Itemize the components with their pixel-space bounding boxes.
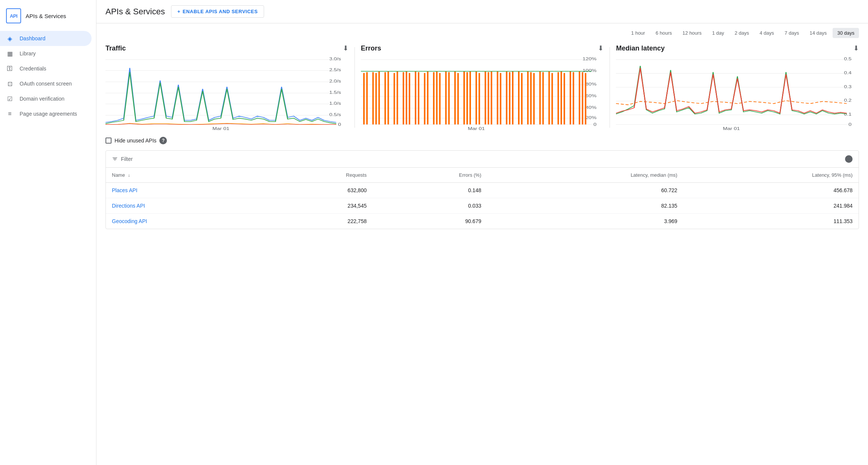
hide-unused-checkbox[interactable] <box>105 138 112 144</box>
cell-requests: 234,545 <box>263 198 373 214</box>
cell-name[interactable]: Places API <box>106 183 263 198</box>
svg-text:0.4: 0.4 <box>844 71 852 75</box>
cell-latency-95: 456.678 <box>683 183 859 198</box>
svg-text:1.5/s: 1.5/s <box>329 90 341 95</box>
svg-text:0: 0 <box>338 122 341 127</box>
api-logo: API <box>6 8 21 23</box>
sidebar-item-oauth[interactable]: ⊡OAuth consent screen <box>0 76 92 91</box>
time-filter-12-hours[interactable]: 12 hours <box>678 28 706 38</box>
table-row: Geocoding API 222,758 90.679 3.969 111.3… <box>106 214 859 229</box>
errors-chart-header: Errors ⬇ <box>361 44 604 52</box>
svg-text:2.0/s: 2.0/s <box>329 79 341 83</box>
sidebar-item-dashboard[interactable]: ◈Dashboard <box>0 31 92 46</box>
time-filter-1-day[interactable]: 1 day <box>708 28 729 38</box>
svg-text:3.0/s: 3.0/s <box>329 57 341 61</box>
svg-text:60%: 60% <box>585 94 596 98</box>
api-table: Name ↓ Requests Errors (%) Latency, medi… <box>106 168 859 229</box>
table-section: Hide unused APIs ? Filter ? Name <box>96 137 868 238</box>
svg-text:120%: 120% <box>582 57 596 61</box>
cell-latency-95: 111.353 <box>683 214 859 229</box>
table-toolbar: Filter ? <box>106 151 859 168</box>
api-table-wrapper: Filter ? Name ↓ Requests Errors (%) Late… <box>105 150 859 229</box>
svg-text:20%: 20% <box>585 116 596 120</box>
cell-requests: 632,800 <box>263 183 373 198</box>
dashboard-nav-icon: ◈ <box>6 35 14 42</box>
enable-apis-button[interactable]: + ENABLE APIS AND SERVICES <box>171 5 264 18</box>
time-filter-2-days[interactable]: 2 days <box>730 28 753 38</box>
sidebar-title: APIs & Services <box>26 13 66 19</box>
traffic-chart-title: Traffic <box>105 44 126 52</box>
hide-unused-label: Hide unused APIs <box>115 138 156 144</box>
latency-chart-container: Median latency ⬇ 0.5 0.4 0.3 0.2 0.1 0 <box>610 44 859 131</box>
cell-name[interactable]: Directions API <box>106 198 263 214</box>
sidebar-item-page-usage[interactable]: ≡Page usage agreements <box>0 106 92 121</box>
dashboard-nav-label: Dashboard <box>20 35 46 41</box>
time-filter-4-days[interactable]: 4 days <box>755 28 778 38</box>
latency-download-icon[interactable]: ⬇ <box>853 44 859 52</box>
cell-latency-median: 3.969 <box>487 214 683 229</box>
oauth-nav-icon: ⊡ <box>6 80 14 87</box>
cell-name[interactable]: Geocoding API <box>106 214 263 229</box>
traffic-chart: 3.0/s 2.5/s 2.0/s 1.5/s 1.0/s 0.5/s 0 <box>105 55 348 131</box>
table-row: Directions API 234,545 0.033 82.135 241.… <box>106 198 859 214</box>
cell-errors: 0.148 <box>373 183 487 198</box>
cell-latency-median: 82.135 <box>487 198 683 214</box>
sidebar-item-domain[interactable]: ☑Domain verification <box>0 91 92 106</box>
sidebar-item-library[interactable]: ▦Library <box>0 46 92 61</box>
hide-unused-row: Hide unused APIs ? <box>105 137 859 144</box>
col-latency-95: Latency, 95% (ms) <box>683 168 859 183</box>
page-title: APIs & Services <box>105 7 165 17</box>
svg-text:80%: 80% <box>585 82 596 86</box>
time-filter-7-days[interactable]: 7 days <box>780 28 804 38</box>
svg-text:40%: 40% <box>585 106 596 110</box>
svg-text:100%: 100% <box>582 69 596 73</box>
domain-nav-icon: ☑ <box>6 95 14 102</box>
col-name: Name ↓ <box>106 168 263 183</box>
main-header: APIs & Services + ENABLE APIS AND SERVIC… <box>96 0 868 23</box>
table-row: Places API 632,800 0.148 60.722 456.678 <box>106 183 859 198</box>
time-filter-14-days[interactable]: 14 days <box>805 28 831 38</box>
sidebar-header: API APIs & Services <box>0 5 96 29</box>
latency-chart-title: Median latency <box>616 44 665 52</box>
credentials-nav-label: Credentials <box>20 66 46 72</box>
svg-text:0: 0 <box>849 122 852 127</box>
svg-text:0.5/s: 0.5/s <box>329 113 341 117</box>
errors-download-icon[interactable]: ⬇ <box>598 44 604 52</box>
col-latency-median: Latency, median (ms) <box>487 168 683 183</box>
library-nav-label: Library <box>20 50 36 57</box>
time-filter-30-days[interactable]: 30 days <box>833 28 859 38</box>
cell-requests: 222,758 <box>263 214 373 229</box>
errors-chart-title: Errors <box>361 44 381 52</box>
traffic-download-icon[interactable]: ⬇ <box>343 44 348 52</box>
svg-text:0.3: 0.3 <box>844 85 852 89</box>
filter-button[interactable]: Filter <box>112 156 133 162</box>
col-requests: Requests <box>263 168 373 183</box>
errors-chart: 120% 100% 80% 60% 40% 20% 0 <box>361 55 604 131</box>
latency-chart: 0.5 0.4 0.3 0.2 0.1 0 <box>616 55 859 131</box>
hide-unused-help-icon[interactable]: ? <box>159 137 167 144</box>
time-filter-bar: 1 hour6 hours12 hours1 day2 days4 days7 … <box>96 23 868 38</box>
svg-text:2.5/s: 2.5/s <box>329 68 341 72</box>
sidebar-nav: ◈Dashboard▦Library⚿Credentials⊡OAuth con… <box>0 31 96 121</box>
library-nav-icon: ▦ <box>6 50 14 57</box>
sort-icon[interactable]: ↓ <box>128 173 130 178</box>
latency-chart-header: Median latency ⬇ <box>616 44 859 52</box>
svg-text:0: 0 <box>593 122 596 127</box>
sidebar-item-credentials[interactable]: ⚿Credentials <box>0 61 92 76</box>
filter-label: Filter <box>121 156 133 162</box>
charts-area: Traffic ⬇ 3.0/s 2.5/s 2.0/s 1.5/s 1.0/s … <box>96 38 868 137</box>
svg-text:Mar 01: Mar 01 <box>212 127 229 131</box>
enable-btn-label: ENABLE APIS AND SERVICES <box>183 9 258 14</box>
oauth-nav-label: OAuth consent screen <box>20 81 72 87</box>
time-filter-6-hours[interactable]: 6 hours <box>651 28 676 38</box>
domain-nav-label: Domain verification <box>20 96 64 102</box>
filter-icon <box>112 156 118 162</box>
page-usage-nav-label: Page usage agreements <box>20 111 77 117</box>
svg-text:Mar 01: Mar 01 <box>723 127 740 131</box>
table-help-icon[interactable]: ? <box>845 155 853 163</box>
plus-icon: + <box>177 9 180 14</box>
table-header-row: Name ↓ Requests Errors (%) Latency, medi… <box>106 168 859 183</box>
time-filter-1-hour[interactable]: 1 hour <box>627 28 649 38</box>
svg-text:Mar 01: Mar 01 <box>468 127 484 131</box>
cell-latency-95: 241.984 <box>683 198 859 214</box>
